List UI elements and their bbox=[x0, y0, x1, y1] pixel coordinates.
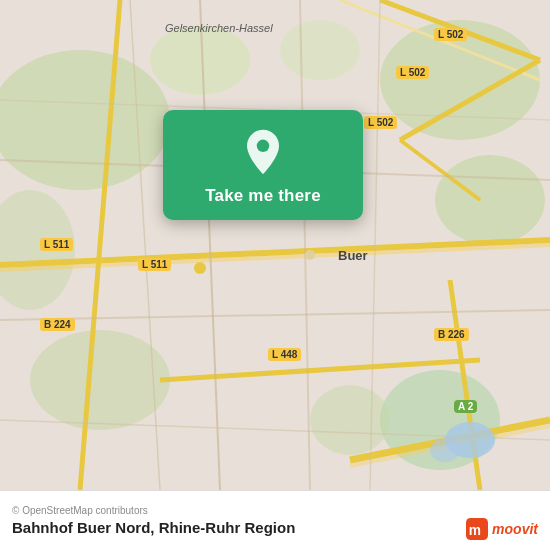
road-label-b224: B 224 bbox=[40, 318, 75, 331]
buer-label: Buer bbox=[338, 248, 368, 263]
svg-point-6 bbox=[310, 385, 390, 455]
road-label-a2: A 2 bbox=[454, 400, 477, 413]
pin-icon bbox=[239, 128, 287, 176]
road-label-l502-3: L 502 bbox=[364, 116, 397, 129]
svg-point-30 bbox=[305, 250, 315, 260]
moovit-label: moovit bbox=[492, 521, 538, 537]
svg-point-4 bbox=[30, 330, 170, 430]
svg-point-32 bbox=[430, 438, 460, 462]
road-label-l511-2: L 511 bbox=[138, 258, 171, 271]
svg-text:m: m bbox=[469, 523, 481, 538]
city-label: Gelsenkirchen-Hassel bbox=[165, 22, 273, 34]
svg-point-3 bbox=[435, 155, 545, 245]
road-label-l511-1: L 511 bbox=[40, 238, 73, 251]
svg-point-8 bbox=[150, 25, 250, 95]
svg-point-29 bbox=[194, 262, 206, 274]
attribution-text: © OpenStreetMap contributors bbox=[12, 505, 538, 516]
svg-point-33 bbox=[257, 140, 269, 152]
location-card: Take me there bbox=[163, 110, 363, 220]
location-name: Bahnhof Buer Nord, Rhine-Ruhr Region bbox=[12, 519, 538, 536]
road-label-l502-2: L 502 bbox=[396, 66, 429, 79]
svg-point-9 bbox=[280, 20, 360, 80]
take-me-there-button[interactable]: Take me there bbox=[205, 186, 321, 206]
moovit-icon: m bbox=[466, 518, 488, 540]
road-label-l502-1: L 502 bbox=[434, 28, 467, 41]
road-label-b226: B 226 bbox=[434, 328, 469, 341]
bottom-bar: © OpenStreetMap contributors Bahnhof Bue… bbox=[0, 490, 550, 550]
map-container: Gelsenkirchen-Hassel Buer L 502 L 502 L … bbox=[0, 0, 550, 490]
road-label-l448: L 448 bbox=[268, 348, 301, 361]
moovit-logo: m moovit bbox=[466, 518, 538, 540]
map-svg bbox=[0, 0, 550, 490]
